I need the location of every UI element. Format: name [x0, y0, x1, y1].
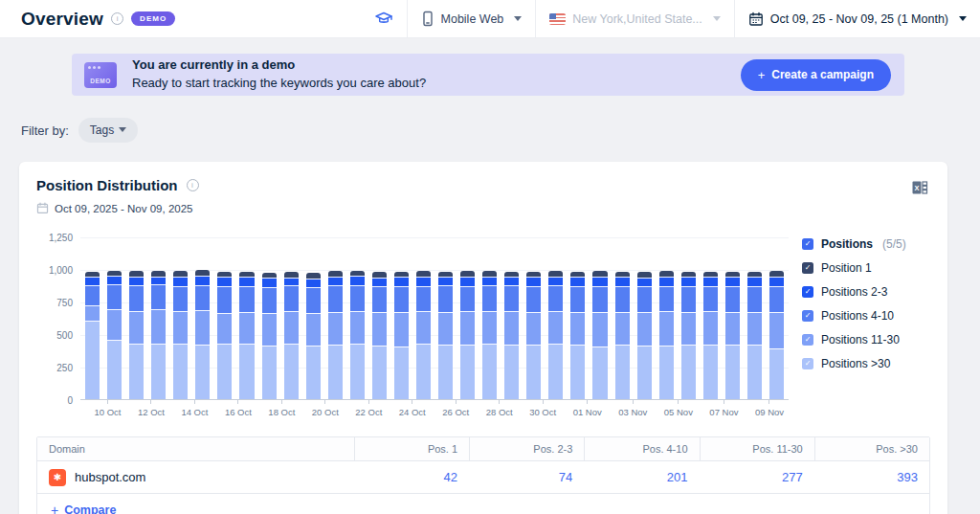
segment-positions-11-30 [592, 312, 607, 346]
value-cell[interactable]: 201 [584, 470, 699, 484]
bar-22-oct[interactable] [372, 272, 387, 399]
x-slot: 01 Nov [573, 400, 602, 423]
bar-31-oct[interactable] [570, 272, 585, 399]
create-campaign-button[interactable]: + Create a campaign [741, 59, 891, 91]
x-slot: 20 Oct [312, 400, 339, 423]
segment-positions-2-3 [306, 279, 321, 288]
bar-01-nov[interactable] [592, 271, 607, 399]
x-slot: 14 Oct [181, 400, 208, 423]
bar-02-nov[interactable] [615, 272, 630, 399]
segment-positions-2-3 [659, 277, 674, 286]
x-tick [633, 400, 634, 404]
bar-28-oct[interactable] [504, 272, 519, 400]
academy-button[interactable] [361, 0, 407, 38]
bar-05-nov[interactable] [681, 272, 696, 399]
info-icon[interactable]: i [187, 179, 199, 191]
bar-11-oct[interactable] [129, 271, 144, 399]
bar-27-oct[interactable] [482, 271, 497, 399]
location-selector[interactable]: New York,United State... [535, 0, 734, 38]
bar-29-oct[interactable] [526, 272, 541, 399]
segment-positions-11-30 [217, 313, 232, 344]
bar-19-oct[interactable] [306, 273, 321, 399]
segment-positions-11-30 [107, 309, 122, 340]
segment-positions-11-30 [747, 312, 762, 345]
bar-08-nov[interactable] [747, 272, 762, 399]
bar-30-oct[interactable] [548, 271, 563, 399]
x-slot: 26 Oct [442, 400, 469, 423]
segment-positions-30 [151, 344, 166, 399]
bar-17-oct[interactable] [262, 273, 277, 399]
segment-positions-4-10 [328, 285, 343, 311]
bar-25-oct[interactable] [438, 272, 453, 399]
bar-15-oct[interactable] [217, 272, 232, 399]
tags-filter-dropdown[interactable]: Tags [78, 118, 138, 143]
device-selector[interactable]: Mobile Web [407, 0, 536, 38]
bar-09-oct[interactable] [85, 272, 100, 399]
bar-26-oct[interactable] [460, 271, 475, 399]
date-range-selector[interactable]: Oct 09, 25 - Nov 09, 25 (1 Month) [734, 0, 980, 38]
bar-06-nov[interactable] [703, 272, 718, 399]
demo-badge: DEMO [131, 11, 175, 26]
legend-item-positions-4-10[interactable]: ✓Positions 4-10 [802, 309, 930, 323]
bar-24-oct[interactable] [416, 271, 431, 399]
segment-positions-30 [350, 344, 365, 399]
segment-positions-11-30 [239, 312, 254, 344]
segment-positions-30 [526, 345, 541, 399]
value-cell[interactable]: 277 [700, 470, 814, 484]
bar-09-nov[interactable] [769, 271, 784, 399]
segment-positions-30 [85, 321, 100, 399]
legend-item-position-1[interactable]: ✓Position 1 [802, 261, 930, 275]
demo-window-icon: DEMO [84, 62, 117, 88]
segment-positions-11-30 [328, 312, 343, 345]
export-excel-button[interactable]: X [909, 177, 930, 198]
bar-14-oct[interactable] [195, 270, 210, 399]
legend-item-positions-2-3[interactable]: ✓Positions 2-3 [802, 285, 930, 299]
y-tick-label: 1,000 [49, 265, 73, 276]
bar-13-oct[interactable] [173, 271, 188, 399]
bar-20-oct[interactable] [328, 271, 343, 399]
domain-cell[interactable]: ✱hubspot.com [37, 469, 354, 486]
value-cell[interactable]: 74 [469, 470, 584, 484]
segment-positions-4-10 [637, 286, 652, 312]
value-cell[interactable]: 42 [354, 470, 469, 484]
bar-18-oct[interactable] [284, 272, 299, 399]
bar-23-oct[interactable] [394, 272, 409, 399]
segment-positions-4-10 [284, 285, 299, 311]
bar-16-oct[interactable] [239, 272, 254, 399]
info-icon[interactable]: i [111, 12, 123, 25]
segment-positions-2-3 [394, 277, 409, 286]
checkbox-icon[interactable]: ✓ [802, 358, 813, 369]
bar-21-oct[interactable] [350, 271, 365, 399]
segment-positions-2-3 [548, 277, 563, 286]
segment-positions-30 [284, 344, 299, 399]
bar-03-nov[interactable] [637, 272, 652, 399]
segment-positions-30 [659, 346, 674, 399]
legend-item-positions-all[interactable]: ✓Positions(5/5) [802, 237, 930, 251]
checkbox-icon[interactable]: ✓ [802, 238, 813, 250]
value-cell[interactable]: 393 [814, 470, 929, 484]
segment-positions-30 [129, 344, 144, 399]
bar-12-oct[interactable] [151, 271, 166, 399]
segment-positions-4-10 [548, 285, 563, 311]
checkbox-icon[interactable]: ✓ [802, 334, 813, 346]
checkbox-icon[interactable]: ✓ [802, 310, 813, 322]
x-slot: 18 Oct [268, 400, 295, 423]
checkbox-icon[interactable]: ✓ [802, 262, 813, 274]
segment-positions-2-3 [284, 278, 299, 285]
bar-07-nov[interactable] [725, 272, 740, 399]
compare-button[interactable]: + Compare [51, 503, 116, 514]
x-slot [564, 400, 565, 423]
x-tick [587, 400, 588, 404]
x-tick-label: 26 Oct [442, 407, 469, 417]
checkbox-icon[interactable]: ✓ [802, 286, 813, 298]
x-tick-label: 30 Oct [529, 407, 556, 417]
segment-positions-30 [681, 345, 696, 399]
bar-10-oct[interactable] [107, 271, 122, 399]
segment-positions-2-3 [747, 277, 762, 286]
segment-positions-2-3 [482, 277, 497, 286]
bar-04-nov[interactable] [659, 271, 674, 399]
legend-item-positions-30[interactable]: ✓Positions >30 [802, 357, 930, 370]
legend-item-positions-11-30[interactable]: ✓Positions 11-30 [802, 333, 930, 346]
segment-positions-2-3 [681, 277, 696, 286]
excel-export-icon: X [911, 179, 928, 196]
